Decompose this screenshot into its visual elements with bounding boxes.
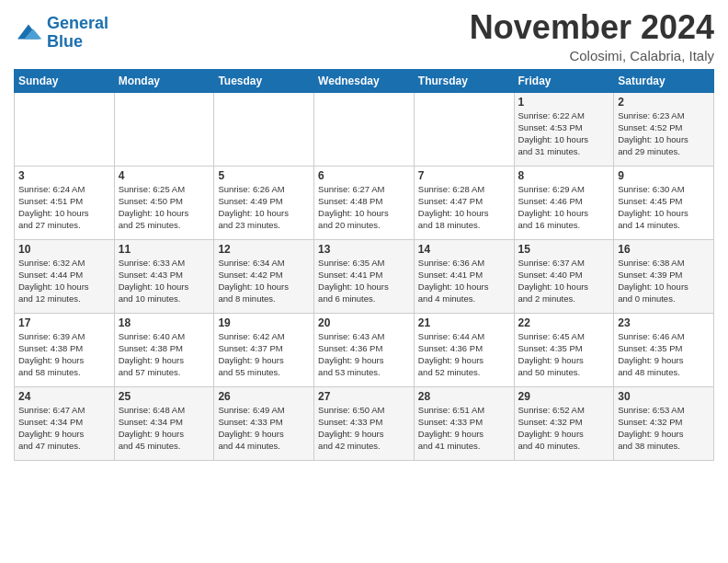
calendar-cell: 16Sunrise: 6:38 AMSunset: 4:39 PMDayligh…	[614, 239, 714, 313]
day-info: Sunrise: 6:32 AMSunset: 4:44 PMDaylight:…	[18, 257, 110, 305]
calendar-cell: 30Sunrise: 6:53 AMSunset: 4:32 PMDayligh…	[614, 386, 714, 460]
title-block: November 2024 Colosimi, Calabria, Italy	[470, 9, 714, 63]
day-number: 8	[518, 169, 610, 182]
weekday-header-monday: Monday	[114, 69, 214, 92]
day-number: 29	[518, 390, 610, 403]
day-number: 10	[18, 243, 110, 256]
calendar-cell: 14Sunrise: 6:36 AMSunset: 4:41 PMDayligh…	[414, 239, 514, 313]
day-info: Sunrise: 6:26 AMSunset: 4:49 PMDaylight:…	[218, 183, 310, 232]
calendar-cell: 1Sunrise: 6:22 AMSunset: 4:53 PMDaylight…	[514, 92, 614, 166]
calendar-cell	[15, 92, 115, 166]
logo-line1: General	[47, 14, 108, 32]
calendar-cell: 29Sunrise: 6:52 AMSunset: 4:32 PMDayligh…	[514, 386, 614, 460]
day-info: Sunrise: 6:27 AMSunset: 4:48 PMDaylight:…	[318, 183, 410, 232]
day-number: 26	[218, 390, 310, 403]
weekday-header-thursday: Thursday	[414, 69, 514, 92]
day-info: Sunrise: 6:38 AMSunset: 4:39 PMDaylight:…	[618, 257, 710, 305]
calendar-cell: 25Sunrise: 6:48 AMSunset: 4:34 PMDayligh…	[114, 386, 214, 460]
day-info: Sunrise: 6:37 AMSunset: 4:40 PMDaylight:…	[518, 257, 610, 305]
page: General Blue November 2024 Colosimi, Cal…	[0, 0, 728, 563]
day-number: 11	[119, 243, 210, 256]
calendar-cell: 3Sunrise: 6:24 AMSunset: 4:51 PMDaylight…	[15, 166, 115, 239]
day-number: 24	[18, 390, 110, 403]
day-info: Sunrise: 6:43 AMSunset: 4:36 PMDaylight:…	[318, 330, 410, 379]
calendar-cell: 22Sunrise: 6:45 AMSunset: 4:35 PMDayligh…	[514, 313, 614, 386]
day-number: 12	[218, 243, 310, 256]
day-info: Sunrise: 6:44 AMSunset: 4:36 PMDaylight:…	[418, 330, 510, 379]
day-info: Sunrise: 6:30 AMSunset: 4:45 PMDaylight:…	[618, 183, 710, 232]
day-info: Sunrise: 6:39 AMSunset: 4:38 PMDaylight:…	[18, 330, 110, 379]
day-info: Sunrise: 6:23 AMSunset: 4:52 PMDaylight:…	[618, 109, 710, 158]
day-number: 25	[119, 390, 210, 403]
weekday-header-sunday: Sunday	[15, 69, 115, 92]
calendar-cell: 7Sunrise: 6:28 AMSunset: 4:47 PMDaylight…	[414, 166, 514, 239]
calendar-cell: 18Sunrise: 6:40 AMSunset: 4:38 PMDayligh…	[114, 313, 214, 386]
calendar-cell	[214, 92, 314, 166]
day-number: 3	[18, 169, 110, 182]
calendar-cell	[114, 92, 214, 166]
day-number: 5	[218, 169, 310, 182]
day-number: 19	[218, 316, 310, 329]
day-info: Sunrise: 6:34 AMSunset: 4:42 PMDaylight:…	[218, 257, 310, 305]
subtitle: Colosimi, Calabria, Italy	[470, 48, 714, 63]
day-info: Sunrise: 6:40 AMSunset: 4:38 PMDaylight:…	[119, 330, 210, 379]
calendar-cell: 19Sunrise: 6:42 AMSunset: 4:37 PMDayligh…	[214, 313, 314, 386]
day-info: Sunrise: 6:24 AMSunset: 4:51 PMDaylight:…	[18, 183, 110, 232]
day-number: 4	[119, 169, 210, 182]
calendar-cell	[414, 92, 514, 166]
day-info: Sunrise: 6:36 AMSunset: 4:41 PMDaylight:…	[418, 257, 510, 305]
day-number: 21	[418, 316, 510, 329]
day-number: 30	[618, 390, 710, 403]
week-row-4: 17Sunrise: 6:39 AMSunset: 4:38 PMDayligh…	[15, 313, 714, 386]
day-info: Sunrise: 6:51 AMSunset: 4:33 PMDaylight:…	[418, 404, 510, 453]
day-number: 17	[18, 316, 110, 329]
weekday-header-wednesday: Wednesday	[314, 69, 415, 92]
day-info: Sunrise: 6:25 AMSunset: 4:50 PMDaylight:…	[119, 183, 210, 232]
weekday-header-friday: Friday	[514, 69, 614, 92]
calendar-cell: 10Sunrise: 6:32 AMSunset: 4:44 PMDayligh…	[15, 239, 115, 313]
week-row-5: 24Sunrise: 6:47 AMSunset: 4:34 PMDayligh…	[15, 386, 714, 460]
day-number: 28	[418, 390, 510, 403]
calendar-cell: 5Sunrise: 6:26 AMSunset: 4:49 PMDaylight…	[214, 166, 314, 239]
calendar-cell: 21Sunrise: 6:44 AMSunset: 4:36 PMDayligh…	[414, 313, 514, 386]
logo-text: General Blue	[47, 15, 108, 52]
day-info: Sunrise: 6:29 AMSunset: 4:46 PMDaylight:…	[518, 183, 610, 232]
calendar-cell: 6Sunrise: 6:27 AMSunset: 4:48 PMDaylight…	[314, 166, 415, 239]
day-number: 18	[119, 316, 210, 329]
day-info: Sunrise: 6:45 AMSunset: 4:35 PMDaylight:…	[518, 330, 610, 379]
calendar-cell: 15Sunrise: 6:37 AMSunset: 4:40 PMDayligh…	[514, 239, 614, 313]
header: General Blue November 2024 Colosimi, Cal…	[14, 9, 714, 63]
day-info: Sunrise: 6:53 AMSunset: 4:32 PMDaylight:…	[618, 404, 710, 453]
day-number: 16	[618, 243, 710, 256]
day-number: 22	[518, 316, 610, 329]
day-number: 14	[418, 243, 510, 256]
day-number: 9	[618, 169, 710, 182]
calendar-cell: 4Sunrise: 6:25 AMSunset: 4:50 PMDaylight…	[114, 166, 214, 239]
logo-icon	[14, 18, 43, 48]
day-info: Sunrise: 6:35 AMSunset: 4:41 PMDaylight:…	[318, 257, 410, 305]
day-info: Sunrise: 6:49 AMSunset: 4:33 PMDaylight:…	[218, 404, 310, 453]
day-info: Sunrise: 6:28 AMSunset: 4:47 PMDaylight:…	[418, 183, 510, 232]
day-number: 27	[318, 390, 410, 403]
logo: General Blue	[14, 15, 108, 52]
calendar-cell: 23Sunrise: 6:46 AMSunset: 4:35 PMDayligh…	[614, 313, 714, 386]
calendar-cell: 26Sunrise: 6:49 AMSunset: 4:33 PMDayligh…	[214, 386, 314, 460]
month-title: November 2024	[470, 9, 714, 46]
day-number: 20	[318, 316, 410, 329]
weekday-header-tuesday: Tuesday	[214, 69, 314, 92]
calendar-cell: 17Sunrise: 6:39 AMSunset: 4:38 PMDayligh…	[15, 313, 115, 386]
week-row-1: 1Sunrise: 6:22 AMSunset: 4:53 PMDaylight…	[15, 92, 714, 166]
calendar-cell: 8Sunrise: 6:29 AMSunset: 4:46 PMDaylight…	[514, 166, 614, 239]
day-number: 2	[618, 96, 710, 109]
day-number: 23	[618, 316, 710, 329]
week-row-2: 3Sunrise: 6:24 AMSunset: 4:51 PMDaylight…	[15, 166, 714, 239]
calendar-cell: 12Sunrise: 6:34 AMSunset: 4:42 PMDayligh…	[214, 239, 314, 313]
calendar-cell: 20Sunrise: 6:43 AMSunset: 4:36 PMDayligh…	[314, 313, 415, 386]
day-info: Sunrise: 6:33 AMSunset: 4:43 PMDaylight:…	[119, 257, 210, 305]
day-number: 15	[518, 243, 610, 256]
day-info: Sunrise: 6:42 AMSunset: 4:37 PMDaylight:…	[218, 330, 310, 379]
calendar-table: SundayMondayTuesdayWednesdayThursdayFrid…	[14, 69, 714, 461]
calendar-cell	[314, 92, 415, 166]
calendar-cell: 2Sunrise: 6:23 AMSunset: 4:52 PMDaylight…	[614, 92, 714, 166]
calendar-cell: 24Sunrise: 6:47 AMSunset: 4:34 PMDayligh…	[15, 386, 115, 460]
